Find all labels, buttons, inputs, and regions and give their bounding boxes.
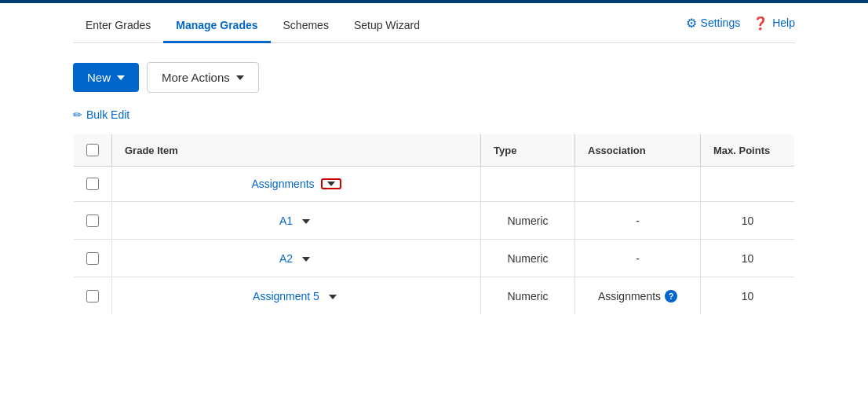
action-bar: New More Actions [73, 43, 795, 108]
settings-label: Settings [701, 16, 741, 29]
row-grade-item-cell: Assignment 5 [112, 277, 481, 315]
tab-schemes[interactable]: Schemes [271, 9, 341, 43]
row-grade-item-cell: A1 [112, 202, 481, 240]
row-max-points-cell: 10 [701, 202, 795, 240]
group-chevron-icon-assignments-group [327, 182, 335, 186]
row-max-points-cell [701, 167, 795, 202]
grade-item-link-assignments-group[interactable]: Assignments [251, 178, 314, 190]
bulk-edit-bar: ✏ Bulk Edit [73, 108, 795, 121]
table-row: A1 Numeric-10 [74, 202, 795, 240]
help-icon: ❓ [753, 16, 768, 31]
table-row: Assignments [74, 167, 795, 202]
grade-item-link-a2[interactable]: A2 [279, 252, 293, 265]
header-checkbox-cell [74, 134, 112, 167]
settings-button[interactable]: ⚙ Settings [686, 16, 741, 31]
new-chevron-icon [117, 75, 125, 80]
row-checkbox-assignments-group[interactable] [86, 178, 99, 190]
row-type-cell: Numeric [481, 202, 575, 240]
tab-enter-grades[interactable]: Enter Grades [73, 9, 163, 43]
new-button[interactable]: New [73, 63, 139, 92]
grade-item-link-a1[interactable]: A1 [279, 214, 293, 227]
association-text-a2: - [636, 252, 640, 265]
row-checkbox-cell [74, 202, 112, 240]
more-actions-label: More Actions [162, 71, 230, 84]
row-association-cell: Assignments? [575, 277, 701, 315]
table-row: A2 Numeric-10 [74, 240, 795, 277]
row-type-cell: Numeric [481, 240, 575, 277]
grade-item-link-assignment5[interactable]: Assignment 5 [253, 290, 319, 302]
table-row: Assignment 5 NumericAssignments?10 [74, 277, 795, 315]
nav-right: ⚙ Settings ❓ Help [686, 16, 795, 37]
more-actions-chevron-icon [236, 75, 244, 80]
header-association: Association [575, 134, 701, 167]
row-max-points-cell: 10 [701, 277, 795, 315]
help-label: Help [772, 16, 795, 29]
group-dropdown-button-assignments-group[interactable] [321, 178, 341, 189]
row-type-cell: Numeric [481, 277, 575, 315]
header-grade-item: Grade Item [112, 134, 481, 167]
help-button[interactable]: ❓ Help [753, 16, 795, 31]
new-label: New [87, 71, 111, 84]
row-checkbox-cell [74, 167, 112, 202]
row-association-cell [575, 167, 701, 202]
item-dropdown-button-a2[interactable] [299, 251, 313, 266]
row-max-points-cell: 10 [701, 240, 795, 277]
row-grade-item-cell: A2 [112, 240, 481, 277]
row-checkbox-cell [74, 240, 112, 277]
table-header-row: Grade Item Type Association Max. Points [74, 134, 795, 167]
item-chevron-icon-a2 [302, 257, 310, 262]
more-actions-button[interactable]: More Actions [147, 62, 259, 93]
row-type-cell [481, 167, 575, 202]
header-type: Type [481, 134, 575, 167]
item-dropdown-button-a1[interactable] [299, 213, 313, 228]
item-chevron-icon-assignment5 [329, 295, 337, 299]
bulk-edit-button[interactable]: ✏ Bulk Edit [73, 108, 129, 121]
item-chevron-icon-a1 [302, 219, 310, 224]
association-text-assignment5: Assignments [598, 290, 661, 302]
select-all-checkbox[interactable] [86, 144, 99, 156]
gear-icon: ⚙ [686, 16, 697, 31]
bulk-edit-label: Bulk Edit [86, 108, 129, 121]
row-checkbox-assignment5[interactable] [86, 290, 99, 302]
nav-tabs: Enter Grades Manage Grades Schemes Setup… [73, 3, 795, 43]
tab-setup-wizard[interactable]: Setup Wizard [341, 9, 432, 43]
header-max-points: Max. Points [701, 134, 795, 167]
association-text-a1: - [636, 214, 640, 227]
grade-table: Grade Item Type Association Max. Points … [73, 134, 795, 315]
item-dropdown-button-assignment5[interactable] [326, 288, 340, 303]
row-checkbox-cell [74, 277, 112, 315]
row-grade-item-cell: Assignments [112, 167, 481, 202]
tab-manage-grades[interactable]: Manage Grades [163, 9, 270, 43]
info-icon-assignment5[interactable]: ? [665, 290, 677, 302]
row-checkbox-a2[interactable] [86, 252, 99, 265]
row-association-cell: - [575, 202, 701, 240]
row-association-cell: - [575, 240, 701, 277]
pencil-icon: ✏ [73, 108, 82, 121]
row-checkbox-a1[interactable] [86, 214, 99, 227]
